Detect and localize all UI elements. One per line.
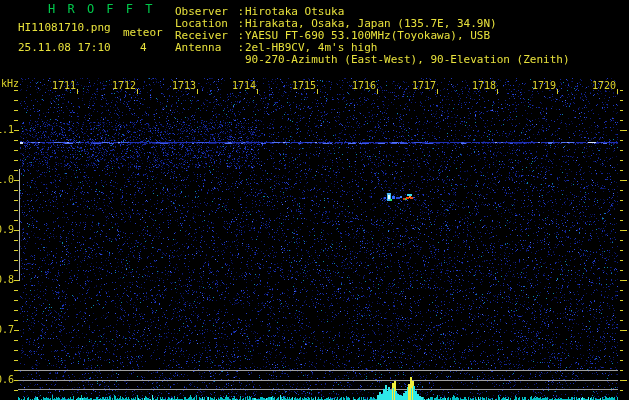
time-axis-label: 1715 xyxy=(292,81,316,91)
time-axis-label: 1720 xyxy=(592,81,616,91)
khz-axis-label: kHz xyxy=(1,79,19,89)
observer-info: Observer : Hirotaka OtsukaLocation : Hir… xyxy=(175,6,570,66)
app-title: H R O F F T xyxy=(48,3,155,16)
echo-count-label: 4 xyxy=(140,42,147,54)
label-layer: H R O F F T HI11081710.png meteor 25.11.… xyxy=(0,0,629,400)
time-axis-label: 1714 xyxy=(232,81,256,91)
time-axis-label: 1716 xyxy=(352,81,376,91)
time-axis-label: 1717 xyxy=(412,81,436,91)
freq-axis-label: 0.7- xyxy=(0,325,20,335)
info-colon: : xyxy=(231,42,245,54)
info-label xyxy=(175,54,231,66)
time-axis-label: 1711 xyxy=(52,81,76,91)
time-axis-label: 1712 xyxy=(112,81,136,91)
datetime-label: 25.11.08 17:10 xyxy=(18,42,111,54)
hrofft-screen: H R O F F T HI11081710.png meteor 25.11.… xyxy=(0,0,629,400)
time-axis-label: 1719 xyxy=(532,81,556,91)
mode-label: meteor xyxy=(123,27,163,39)
info-row: 90-270-Azimuth (East-West), 90-Elevation… xyxy=(175,54,570,66)
info-label: Antenna xyxy=(175,42,231,54)
freq-axis-label: 1.1- xyxy=(0,125,20,135)
time-axis-label: 1718 xyxy=(472,81,496,91)
freq-axis-label: 0.8- xyxy=(0,275,20,285)
freq-axis-label: 0.6- xyxy=(0,375,20,385)
info-colon xyxy=(231,54,245,66)
freq-axis-label: 0.9- xyxy=(0,225,20,235)
info-value: 90-270-Azimuth (East-West), 90-Elevation… xyxy=(245,54,570,66)
time-axis-label: 1713 xyxy=(172,81,196,91)
filename-label: HI11081710.png xyxy=(18,22,111,34)
freq-axis-label: 1.0- xyxy=(0,175,20,185)
